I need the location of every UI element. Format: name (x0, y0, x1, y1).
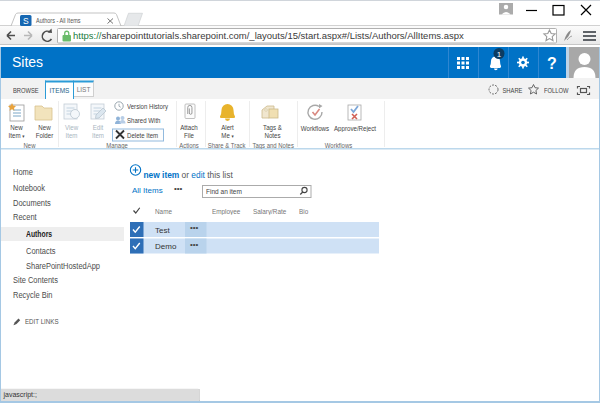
svg-text:?: ? (547, 55, 557, 72)
svg-text:Authors - All Items: Authors - All Items (36, 16, 81, 25)
svg-text:S: S (23, 16, 29, 26)
svg-text:1: 1 (497, 50, 502, 59)
